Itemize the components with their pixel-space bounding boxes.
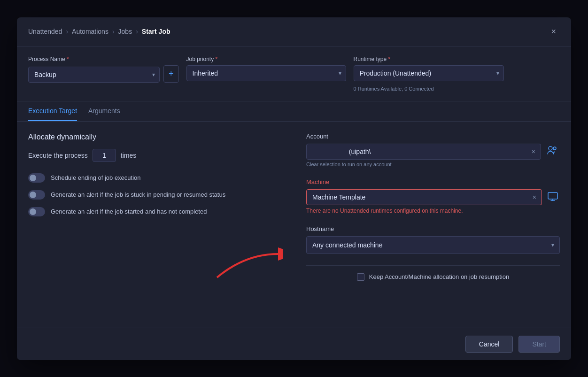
toggle-alert-not-completed: Generate an alert if the job started and…: [28, 207, 287, 216]
keep-allocation-checkbox-label[interactable]: Keep Account/Machine allocation on job r…: [357, 273, 509, 281]
close-button[interactable]: ×: [547, 25, 560, 38]
account-row: ×: [306, 144, 560, 160]
toggle-slider-2: [28, 190, 45, 200]
breadcrumb-item-4: Start Job: [142, 28, 170, 35]
process-name-row: Backup ▾ +: [28, 65, 179, 83]
toggle-schedule-ending: Schedule ending of job execution: [28, 173, 287, 183]
account-input[interactable]: [306, 144, 541, 160]
account-input-wrapper: ×: [306, 144, 541, 160]
toggle-alert-pending-switch[interactable]: [28, 190, 45, 200]
modal-footer: Cancel Start: [17, 328, 571, 360]
hostname-select-wrapper: Any connected machine ▾: [306, 236, 560, 254]
keep-allocation-text: Keep Account/Machine allocation on job r…: [369, 273, 509, 280]
machine-icon-button[interactable]: [546, 189, 560, 206]
process-name-select[interactable]: Backup: [28, 67, 160, 83]
red-arrow-icon: [208, 245, 283, 282]
svg-rect-3: [548, 192, 557, 199]
execute-row: Execute the process times: [28, 149, 287, 162]
account-user-icon-button[interactable]: [545, 144, 560, 159]
hostname-label: Hostname: [306, 225, 560, 232]
breadcrumb-item-1[interactable]: Unattended: [28, 28, 62, 35]
tabs-bar: Execution Target Arguments: [17, 101, 571, 122]
machine-input[interactable]: [306, 189, 542, 205]
process-name-label: Process Name *: [28, 56, 179, 62]
toggle-alert-pending: Generate an alert if the job is stuck in…: [28, 190, 287, 200]
machine-error-text: There are no Unattended runtimes configu…: [306, 208, 560, 214]
left-panel: Allocate dynamically Execute the process…: [28, 133, 306, 316]
breadcrumb-sep-2: ›: [112, 28, 115, 35]
main-content: Allocate dynamically Execute the process…: [17, 122, 571, 328]
account-section: Account ×: [306, 133, 560, 167]
user-group-icon: [547, 146, 558, 155]
job-priority-label: Job priority *: [186, 56, 346, 62]
execute-times-input[interactable]: [93, 149, 116, 162]
machine-section: Machine ×: [306, 178, 560, 214]
runtime-type-select-wrapper: Production (Unattended) ▾: [354, 65, 504, 81]
toggle-alert-not-completed-label: Generate an alert if the job started and…: [51, 208, 207, 215]
account-helper-text: Clear selection to run on any account: [306, 162, 560, 167]
breadcrumb-item-2[interactable]: Automations: [72, 28, 108, 35]
hostname-select[interactable]: Any connected machine: [306, 236, 560, 254]
runtime-type-label: Runtime type *: [354, 56, 504, 62]
machine-clear-button[interactable]: ×: [532, 192, 537, 202]
toggle-schedule-ending-label: Schedule ending of job execution: [51, 174, 141, 181]
tab-arguments[interactable]: Arguments: [88, 101, 120, 121]
machine-label: Machine: [306, 178, 560, 185]
job-priority-group: Job priority * Inherited ▾: [186, 56, 346, 81]
allocate-dynamically-title: Allocate dynamically: [28, 133, 287, 141]
account-label: Account: [306, 133, 560, 140]
top-fields: Process Name * Backup ▾ + Job priority *: [17, 46, 571, 101]
machine-icon: [548, 191, 558, 201]
breadcrumb: Unattended › Automations › Jobs › Start …: [28, 28, 170, 35]
modal-dialog: Unattended › Automations › Jobs › Start …: [17, 17, 571, 360]
process-name-select-wrapper: Backup ▾: [28, 67, 160, 83]
right-panel: Account ×: [306, 133, 560, 316]
toggle-slider-1: [28, 173, 45, 183]
execute-suffix: times: [121, 152, 136, 159]
process-name-group: Process Name * Backup ▾ +: [28, 56, 179, 83]
breadcrumb-sep-3: ›: [136, 28, 138, 35]
breadcrumb-sep-1: ›: [66, 28, 68, 35]
toggle-schedule-ending-switch[interactable]: [28, 173, 45, 183]
modal-overlay: Unattended › Automations › Jobs › Start …: [0, 0, 588, 377]
machine-row: ×: [306, 189, 560, 206]
account-clear-button[interactable]: ×: [531, 147, 536, 156]
machine-input-wrapper: ×: [306, 189, 542, 205]
toggle-alert-not-completed-switch[interactable]: [28, 207, 45, 216]
runtime-info: 0 Runtimes Available, 0 Connected: [354, 86, 504, 92]
job-priority-select-wrapper: Inherited ▾: [186, 65, 346, 81]
start-button[interactable]: Start: [518, 336, 560, 353]
runtime-type-select[interactable]: Production (Unattended): [354, 65, 504, 81]
keep-allocation-checkbox[interactable]: [357, 273, 364, 281]
job-priority-select[interactable]: Inherited: [186, 65, 346, 81]
tab-execution-target[interactable]: Execution Target: [28, 101, 77, 121]
breadcrumb-item-3[interactable]: Jobs: [118, 28, 132, 35]
modal-header: Unattended › Automations › Jobs › Start …: [17, 17, 571, 46]
toggle-alert-pending-label: Generate an alert if the job is stuck in…: [51, 191, 225, 198]
toggle-slider-3: [28, 207, 45, 216]
hostname-section: Hostname Any connected machine ▾: [306, 225, 560, 254]
execute-prefix: Execute the process: [28, 152, 88, 159]
svg-point-2: [553, 147, 556, 150]
runtime-type-group: Runtime type * Production (Unattended) ▾…: [354, 56, 504, 92]
svg-point-1: [549, 146, 552, 150]
add-process-button[interactable]: +: [163, 65, 179, 83]
cancel-button[interactable]: Cancel: [465, 336, 513, 353]
